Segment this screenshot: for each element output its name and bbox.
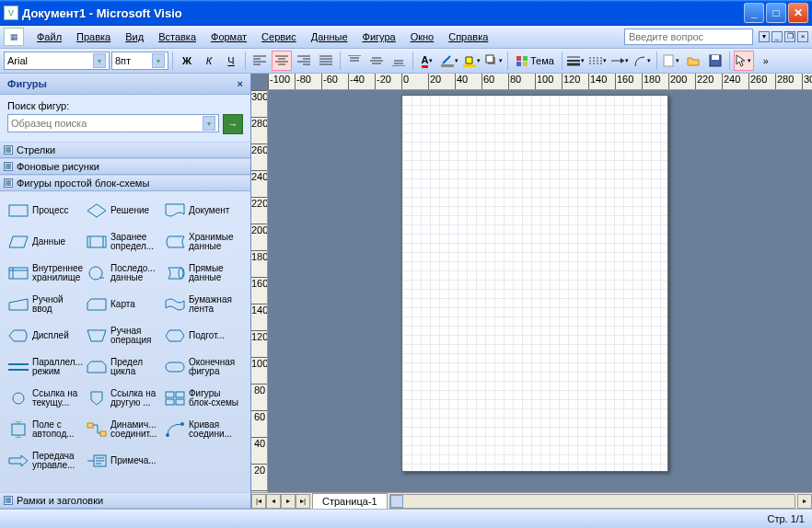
shape-paper-tape[interactable]: Бумажная лента — [164, 295, 242, 314]
svg-rect-11 — [9, 205, 28, 216]
line-weight-button[interactable]: ▾ — [566, 51, 586, 71]
svg-rect-20 — [166, 399, 174, 405]
new-button[interactable]: ▾ — [661, 51, 681, 71]
align-center-button[interactable] — [272, 51, 292, 71]
minimize-button[interactable]: _ — [744, 3, 764, 23]
doc-close[interactable]: × — [797, 31, 808, 42]
italic-button[interactable]: К — [199, 51, 219, 71]
shape-stored-data[interactable]: Хранимые данные — [164, 233, 242, 251]
menu-edit[interactable]: Правка — [69, 29, 118, 45]
horizontal-scrollbar[interactable] — [389, 494, 795, 509]
shape-onpage-reference[interactable]: Ссылка на текущу... — [7, 389, 86, 407]
category-arrows[interactable]: ▦Стрелки — [0, 142, 250, 158]
shape-process[interactable]: Процесс — [7, 202, 86, 219]
svg-rect-10 — [712, 55, 719, 60]
shape-predefined[interactable]: Заранее определ... — [86, 233, 164, 251]
svg-rect-1 — [463, 64, 476, 67]
shape-annotation[interactable]: Примеча... — [86, 453, 164, 469]
font-color-button[interactable]: A▾ — [417, 51, 437, 71]
svg-rect-5 — [523, 56, 528, 61]
menu-file[interactable]: Файл — [29, 29, 69, 45]
shapes-pane-close[interactable]: × — [238, 78, 243, 89]
page-tab-1[interactable]: Страница-1 — [312, 493, 388, 509]
page-indicator: Стр. 1/1 — [767, 513, 805, 524]
shape-dynamic-connector[interactable]: Динамич... соединит... — [86, 420, 164, 439]
shapes-list: Процесс Решение Документ Данные Заранее … — [0, 191, 250, 492]
search-shapes-input[interactable]: Образец поиска▾ — [7, 114, 219, 132]
font-size-combo[interactable]: 8пт▾ — [111, 52, 168, 70]
shape-document[interactable]: Документ — [164, 202, 242, 219]
align-right-button[interactable] — [294, 51, 314, 71]
shape-manual-operation[interactable]: Ручная операция — [86, 327, 164, 345]
font-combo[interactable]: Arial▾ — [4, 52, 110, 70]
document-icon[interactable]: ▦ — [4, 28, 24, 46]
menu-tools[interactable]: Сервис — [254, 29, 304, 45]
svg-rect-19 — [176, 392, 184, 397]
fill-color-button[interactable]: ▾ — [461, 51, 481, 71]
theme-button[interactable]: Тема — [512, 51, 558, 71]
valign-top-button[interactable] — [344, 51, 365, 71]
shape-internal-storage[interactable]: Внутреннее хранилище — [7, 264, 86, 282]
open-button[interactable] — [683, 51, 703, 71]
shadow-button[interactable]: ▾ — [483, 51, 504, 71]
tab-nav-last[interactable]: ▸| — [296, 494, 310, 509]
svg-point-26 — [180, 422, 184, 426]
shape-display[interactable]: Дисплей — [7, 327, 86, 344]
shape-flowchart-shapes[interactable]: Фигуры блок-схемы — [164, 389, 242, 407]
menu-dropdown[interactable]: ▾ — [759, 31, 770, 42]
menu-window[interactable]: Окно — [403, 29, 442, 45]
doc-minimize[interactable]: _ — [771, 31, 783, 42]
close-button[interactable]: ✕ — [788, 3, 808, 23]
shape-data[interactable]: Данные — [7, 234, 86, 250]
pointer-tool-button[interactable]: ▾ — [734, 51, 754, 71]
shape-loop-limit[interactable]: Предел цикла — [86, 358, 164, 376]
menu-help[interactable]: Справка — [441, 29, 495, 45]
more-tools-button[interactable]: » — [756, 51, 776, 71]
shape-preparation[interactable]: Подгот... — [164, 327, 242, 344]
corner-rounding-button[interactable]: ▾ — [632, 51, 653, 71]
underline-button[interactable]: Ч — [221, 51, 241, 71]
line-pattern-button[interactable]: ▾ — [588, 51, 609, 71]
shape-decision[interactable]: Решение — [86, 202, 164, 219]
tab-nav-first[interactable]: |◂ — [251, 494, 266, 509]
shape-auto-height-box[interactable]: Поле с автопод... — [7, 420, 86, 439]
save-button[interactable] — [705, 51, 725, 71]
menu-data[interactable]: Данные — [304, 29, 355, 45]
category-backgrounds[interactable]: ▦Фоновые рисунки — [0, 158, 250, 175]
shape-manual-input[interactable]: Ручной ввод — [7, 295, 86, 314]
align-left-button[interactable] — [249, 51, 270, 71]
tab-nav-prev[interactable]: ◂ — [266, 494, 281, 509]
shape-terminator[interactable]: Оконечная фигура — [164, 358, 242, 376]
scroll-right[interactable]: ▸ — [797, 494, 812, 509]
shape-card[interactable]: Карта — [86, 296, 164, 313]
ruler-vertical[interactable]: 3002802602402202001801601401201008060402… — [251, 90, 268, 492]
ask-question-input[interactable] — [624, 29, 753, 45]
menu-format[interactable]: Формат — [203, 29, 254, 45]
shape-control-transfer[interactable]: Передача управле... — [7, 452, 86, 470]
category-basic-flowchart[interactable]: ▦Фигуры простой блок-схемы — [0, 175, 250, 191]
valign-bottom-button[interactable] — [389, 51, 409, 71]
shape-offpage-reference[interactable]: Ссылка на другую ... — [86, 389, 164, 407]
tab-nav-next[interactable]: ▸ — [281, 494, 296, 509]
search-shapes-go[interactable]: → — [223, 114, 243, 134]
line-color-button[interactable]: ▾ — [439, 51, 459, 71]
bold-button[interactable]: Ж — [177, 51, 197, 71]
valign-middle-button[interactable] — [366, 51, 387, 71]
menu-insert[interactable]: Вставка — [151, 29, 203, 45]
maximize-button[interactable]: □ — [766, 3, 786, 23]
doc-restore[interactable]: ❐ — [784, 31, 795, 42]
shape-direct-data[interactable]: Прямые данные — [164, 264, 242, 282]
align-justify-button[interactable] — [316, 51, 336, 71]
category-borders-titles[interactable]: ▦Рамки и заголовки — [0, 492, 250, 509]
shape-parallel-mode[interactable]: Параллел... режим — [7, 358, 86, 376]
line-ends-button[interactable]: ▾ — [610, 51, 631, 71]
search-shapes-label: Поиск фигур: — [7, 100, 243, 111]
shape-sequential-data[interactable]: Последо... данные — [86, 264, 164, 282]
menu-shape[interactable]: Фигура — [355, 29, 403, 45]
menubar: ▦ Файл Правка Вид Вставка Формат Сервис … — [0, 26, 812, 49]
ruler-horizontal[interactable]: -100-80-60-40-20020406080100120140160180… — [268, 74, 812, 90]
shape-curve-connector[interactable]: Кривая соедини... — [164, 420, 242, 439]
menu-view[interactable]: Вид — [118, 29, 151, 45]
page[interactable] — [401, 95, 668, 472]
drawing-area[interactable] — [268, 90, 812, 492]
